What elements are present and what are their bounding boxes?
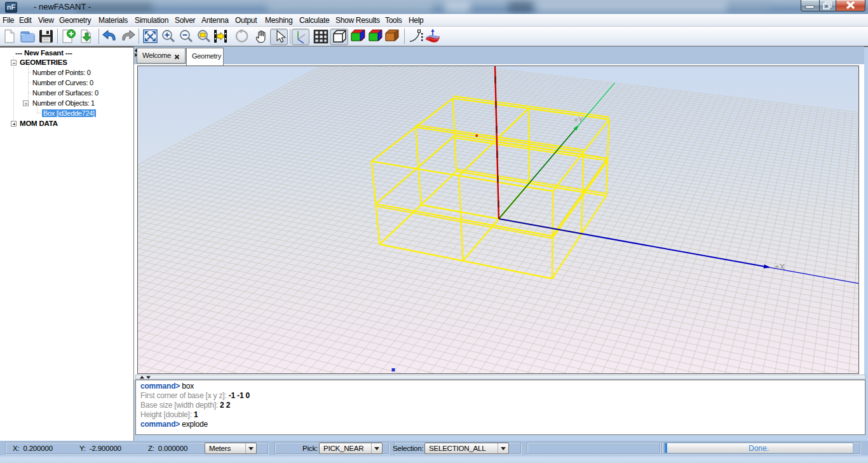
svg-text:+Y: +Y <box>574 116 583 125</box>
svg-text:+X: +X <box>775 262 785 272</box>
